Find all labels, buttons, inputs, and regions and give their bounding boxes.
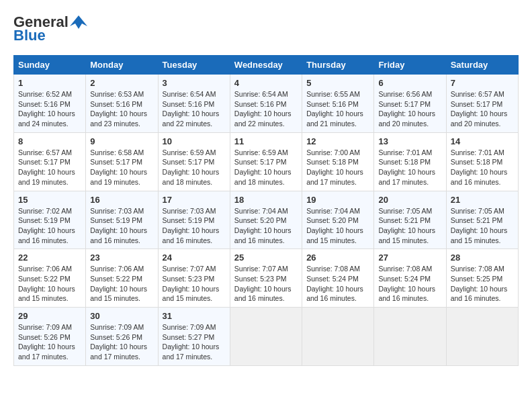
daylight-text: Daylight: 10 hours and 17 minutes.: [18, 342, 75, 361]
sunrise-text: Sunrise: 7:01 AM: [378, 148, 432, 156]
sunrise-text: Sunrise: 7:08 AM: [451, 265, 504, 273]
day-info: Sunrise: 7:09 AM Sunset: 5:26 PM Dayligh…: [90, 322, 153, 362]
day-info: Sunrise: 7:04 AM Sunset: 5:20 PM Dayligh…: [306, 206, 369, 246]
daylight-text: Daylight: 10 hours and 15 minutes.: [378, 226, 435, 244]
calendar-cell: 25 Sunrise: 7:07 AM Sunset: 5:23 PM Dayl…: [230, 249, 302, 308]
day-number: 20: [378, 195, 441, 205]
sunset-text: Sunset: 5:21 PM: [378, 216, 431, 224]
calendar-week-row: 29 Sunrise: 7:09 AM Sunset: 5:26 PM Dayl…: [14, 308, 519, 366]
sunrise-text: Sunrise: 6:56 AM: [378, 90, 432, 98]
calendar-cell: 17 Sunrise: 7:03 AM Sunset: 5:19 PM Dayl…: [158, 191, 230, 249]
daylight-text: Daylight: 10 hours and 20 minutes.: [451, 109, 508, 128]
sunrise-text: Sunrise: 7:02 AM: [18, 207, 72, 215]
day-number: 18: [234, 195, 298, 205]
sunrise-text: Sunrise: 6:54 AM: [163, 90, 216, 98]
sunset-text: Sunset: 5:19 PM: [163, 216, 215, 224]
sunrise-text: Sunrise: 6:52 AM: [18, 90, 72, 98]
calendar-cell: 13 Sunrise: 7:01 AM Sunset: 5:18 PM Dayl…: [374, 132, 446, 191]
calendar-cell: [446, 308, 518, 366]
sunrise-text: Sunrise: 6:54 AM: [234, 90, 288, 98]
daylight-text: Daylight: 10 hours and 16 minutes.: [306, 285, 363, 303]
daylight-text: Daylight: 10 hours and 19 minutes.: [18, 168, 75, 186]
daylight-text: Daylight: 10 hours and 23 minutes.: [90, 109, 147, 128]
sunrise-text: Sunrise: 7:00 AM: [306, 148, 360, 156]
sunrise-text: Sunrise: 7:07 AM: [234, 265, 288, 273]
header-saturday: Saturday: [446, 56, 518, 75]
daylight-text: Daylight: 10 hours and 16 minutes.: [163, 226, 220, 244]
daylight-text: Daylight: 10 hours and 16 minutes.: [234, 285, 292, 303]
calendar-cell: 23 Sunrise: 7:06 AM Sunset: 5:22 PM Dayl…: [86, 249, 158, 308]
sunrise-text: Sunrise: 7:01 AM: [451, 148, 504, 156]
daylight-text: Daylight: 10 hours and 16 minutes.: [90, 226, 147, 244]
daylight-text: Daylight: 10 hours and 17 minutes.: [163, 342, 220, 361]
header-tuesday: Tuesday: [158, 56, 230, 75]
day-number: 30: [90, 311, 153, 321]
calendar-cell: 28 Sunrise: 7:08 AM Sunset: 5:25 PM Dayl…: [446, 249, 518, 308]
sunrise-text: Sunrise: 7:06 AM: [90, 265, 144, 273]
day-number: 26: [306, 253, 369, 263]
daylight-text: Daylight: 10 hours and 22 minutes.: [163, 109, 220, 128]
day-number: 7: [451, 78, 514, 88]
day-info: Sunrise: 6:54 AM Sunset: 5:16 PM Dayligh…: [234, 89, 298, 129]
day-info: Sunrise: 6:54 AM Sunset: 5:16 PM Dayligh…: [163, 89, 226, 129]
sunset-text: Sunset: 5:20 PM: [306, 216, 359, 224]
day-number: 12: [306, 136, 369, 146]
day-info: Sunrise: 7:01 AM Sunset: 5:18 PM Dayligh…: [378, 148, 441, 187]
day-info: Sunrise: 7:05 AM Sunset: 5:21 PM Dayligh…: [451, 206, 514, 246]
sunrise-text: Sunrise: 7:09 AM: [18, 323, 72, 331]
calendar-cell: 7 Sunrise: 6:57 AM Sunset: 5:17 PM Dayli…: [446, 75, 518, 133]
sunrise-text: Sunrise: 6:58 AM: [90, 148, 144, 156]
calendar-cell: 3 Sunrise: 6:54 AM Sunset: 5:16 PM Dayli…: [158, 75, 230, 133]
day-info: Sunrise: 7:06 AM Sunset: 5:22 PM Dayligh…: [90, 264, 153, 304]
daylight-text: Daylight: 10 hours and 15 minutes.: [163, 285, 220, 303]
day-info: Sunrise: 6:58 AM Sunset: 5:17 PM Dayligh…: [90, 148, 153, 187]
header-thursday: Thursday: [302, 56, 374, 75]
day-info: Sunrise: 7:06 AM Sunset: 5:22 PM Dayligh…: [18, 264, 81, 304]
day-info: Sunrise: 6:57 AM Sunset: 5:17 PM Dayligh…: [18, 148, 81, 187]
sunset-text: Sunset: 5:26 PM: [18, 333, 71, 341]
day-number: 1: [18, 78, 81, 88]
day-number: 29: [18, 311, 81, 321]
svg-marker-0: [70, 15, 87, 29]
header-monday: Monday: [86, 56, 158, 75]
sunset-text: Sunset: 5:22 PM: [90, 275, 142, 283]
sunset-text: Sunset: 5:27 PM: [163, 333, 215, 341]
day-info: Sunrise: 7:08 AM Sunset: 5:24 PM Dayligh…: [306, 264, 369, 304]
sunset-text: Sunset: 5:17 PM: [18, 158, 71, 166]
day-number: 4: [234, 78, 298, 88]
day-number: 23: [90, 253, 153, 263]
daylight-text: Daylight: 10 hours and 17 minutes.: [306, 168, 363, 186]
sunrise-text: Sunrise: 7:03 AM: [163, 207, 216, 215]
sunrise-text: Sunrise: 7:06 AM: [18, 265, 72, 273]
calendar-cell: 1 Sunrise: 6:52 AM Sunset: 5:16 PM Dayli…: [14, 75, 86, 133]
day-number: 24: [163, 253, 226, 263]
sunset-text: Sunset: 5:17 PM: [90, 158, 142, 166]
daylight-text: Daylight: 10 hours and 16 minutes.: [451, 168, 508, 186]
logo-bird-icon: [69, 14, 89, 30]
day-info: Sunrise: 7:01 AM Sunset: 5:18 PM Dayligh…: [451, 148, 514, 187]
sunset-text: Sunset: 5:17 PM: [234, 158, 287, 166]
day-number: 25: [234, 253, 298, 263]
sunset-text: Sunset: 5:19 PM: [90, 216, 142, 224]
day-number: 16: [90, 195, 153, 205]
header-sunday: Sunday: [14, 56, 86, 75]
calendar-cell: 29 Sunrise: 7:09 AM Sunset: 5:26 PM Dayl…: [14, 308, 86, 366]
sunset-text: Sunset: 5:26 PM: [90, 333, 142, 341]
day-number: 31: [163, 311, 226, 321]
sunrise-text: Sunrise: 7:07 AM: [163, 265, 216, 273]
sunset-text: Sunset: 5:18 PM: [451, 158, 503, 166]
sunrise-text: Sunrise: 7:08 AM: [306, 265, 360, 273]
sunset-text: Sunset: 5:24 PM: [306, 275, 359, 283]
calendar-cell: 27 Sunrise: 7:08 AM Sunset: 5:24 PM Dayl…: [374, 249, 446, 308]
day-info: Sunrise: 7:08 AM Sunset: 5:25 PM Dayligh…: [451, 264, 514, 304]
day-number: 14: [451, 136, 514, 146]
sunset-text: Sunset: 5:16 PM: [306, 100, 359, 108]
calendar-cell: 4 Sunrise: 6:54 AM Sunset: 5:16 PM Dayli…: [230, 75, 302, 133]
daylight-text: Daylight: 10 hours and 17 minutes.: [90, 342, 147, 361]
calendar-table: SundayMondayTuesdayWednesdayThursdayFrid…: [13, 55, 519, 366]
daylight-text: Daylight: 10 hours and 16 minutes.: [451, 285, 508, 303]
daylight-text: Daylight: 10 hours and 24 minutes.: [18, 109, 75, 128]
sunset-text: Sunset: 5:18 PM: [378, 158, 431, 166]
sunset-text: Sunset: 5:17 PM: [163, 158, 215, 166]
day-info: Sunrise: 6:53 AM Sunset: 5:16 PM Dayligh…: [90, 89, 153, 129]
